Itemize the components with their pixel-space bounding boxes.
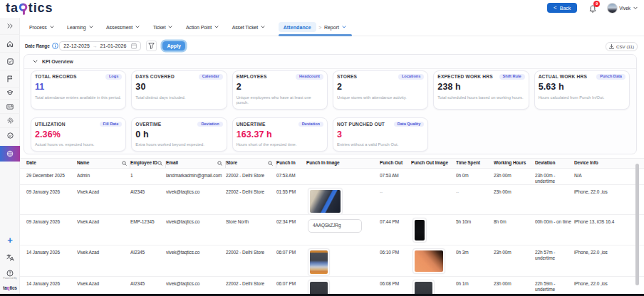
user-avatar[interactable] <box>607 3 618 14</box>
column-header-label: Device Info <box>574 160 598 166</box>
column-header-employee-id[interactable]: Employee ID <box>130 159 166 168</box>
sidebar-learning-icon-svg <box>6 90 14 95</box>
user-name: Vivek <box>619 6 630 11</box>
column-search-icon[interactable] <box>268 161 273 166</box>
column-search-icon[interactable] <box>122 161 127 166</box>
nav-item-learning[interactable]: Learning <box>67 25 93 30</box>
calendar-icon[interactable] <box>131 43 137 49</box>
column-header-store[interactable]: Store <box>226 159 276 168</box>
kpi-card-overtime: OVERTIME Deviation 0 h Extra hours worke… <box>131 117 227 152</box>
punch-out-image-image-dark-photo[interactable] <box>412 218 427 243</box>
kpi-card-description: Unique stores with attendance activity. <box>337 95 424 100</box>
kpi-card-actual-work-hrs: ACTUAL WORK HRS Punch Data 5.63 h Hours … <box>534 70 630 110</box>
punch-in-image-image-sunset-photo[interactable] <box>308 248 330 276</box>
info-icon[interactable] <box>52 43 58 49</box>
download-icon <box>609 44 614 49</box>
logo-text-suffix: tics <box>28 1 53 16</box>
punch-in-image-image-laptop-photo[interactable] <box>308 188 343 214</box>
kpi-card-badge: Deviation <box>197 122 222 127</box>
nav-item-label: Process <box>29 25 47 30</box>
sidebar-tasks-icon[interactable] <box>0 53 20 70</box>
div <box>411 169 452 171</box>
cell-punch-in: 06:07 PM <box>276 277 306 294</box>
kpi-overview-header[interactable]: KPI Overview <box>24 55 636 69</box>
search-icon <box>122 161 127 166</box>
cell-employee-id: AI2345 <box>130 277 166 294</box>
nav-item-ticket[interactable]: Ticket <box>153 25 173 30</box>
sidebar-home-icon[interactable] <box>0 36 20 53</box>
table-row-1: 29 December 2025Admin1landmarkadmin@gmai… <box>20 169 644 185</box>
info-icon-svg <box>52 43 58 49</box>
column-header-label: Name <box>77 160 89 166</box>
cell-name: Vivek Azad <box>77 185 130 214</box>
vertical-scrollbar[interactable] <box>635 164 639 285</box>
csv-download-button[interactable]: CSV (11) <box>606 42 638 51</box>
column-search-icon[interactable] <box>157 161 162 166</box>
cell-employee-id: EMP-12345 <box>130 215 166 245</box>
punch-out-image-image-orange-photo[interactable] <box>412 248 445 274</box>
div <box>411 215 452 244</box>
nav-item-label: Learning <box>67 25 85 30</box>
cell-device-info: N/A <box>574 169 633 184</box>
column-search-icon[interactable] <box>217 161 222 166</box>
sidebar-expand-icon-svg <box>7 23 14 28</box>
filter-funnel-button[interactable] <box>146 41 157 51</box>
kpi-card-title: ACTUAL WORK HRS <box>539 74 587 80</box>
collapse-chevron-icon <box>33 60 38 63</box>
sidebar-add-icon[interactable]: + <box>0 233 20 247</box>
calendar-icon-svg <box>131 43 137 49</box>
back-button[interactable]: < Back <box>547 3 577 13</box>
cell-punch-out: 06:08 PM <box>380 277 411 294</box>
cell-punch-in: 01:55 PM <box>276 185 306 214</box>
cell-time-spent: 5h 10m <box>456 215 494 245</box>
sidebar-check-circle-icon[interactable] <box>0 128 20 143</box>
nav-item-report[interactable]: Report <box>324 25 346 30</box>
nav-report-label: Report <box>324 25 339 30</box>
column-header-device-info: Device Info <box>574 159 633 168</box>
punch-in-image-image-dark-blue-photo[interactable] <box>308 280 330 294</box>
kpi-card-value: 5.63 h <box>539 83 625 92</box>
kpi-card-value: 2.36% <box>35 130 122 139</box>
kpi-card-expected-work-hrs: EXPECTED WORK HRS Shift Rule 238 h Total… <box>433 70 529 110</box>
column-header-email[interactable]: Email <box>166 159 226 168</box>
kpi-card-employees: EMPLOYEES Headcount 2 Unique employees w… <box>232 70 328 110</box>
kpi-card-description: Entries without a valid Punch Out. <box>337 142 424 147</box>
apply-button[interactable]: Apply <box>162 41 185 51</box>
sidebar-check-circle-icon-svg <box>7 132 14 139</box>
nav-item-asset-ticket[interactable]: Asset Ticket <box>232 25 266 30</box>
photo-thumbnail <box>415 250 443 272</box>
cell-store: Store North <box>226 215 276 245</box>
sidebar-learning-icon[interactable] <box>0 85 20 100</box>
cell-punch-in-image <box>306 277 380 294</box>
sidebar-expand-icon[interactable] <box>0 18 20 35</box>
nav-item-action-point[interactable]: Action Point <box>186 25 219 30</box>
sidebar-attendance-active-item[interactable] <box>0 146 20 162</box>
powered-by-text: Powered By <box>1 276 19 280</box>
kpi-card-description: Extra hours worked beyond expected. <box>135 142 222 147</box>
column-header-time-spent: Time Spent <box>456 159 494 168</box>
cell-working-hours: 23h 00m <box>494 245 535 276</box>
sidebar-settings-icon[interactable] <box>0 114 20 128</box>
sidebar-translate-icon-svg <box>6 254 14 261</box>
nav-item-attendance-active[interactable]: Attendance <box>279 22 316 32</box>
cell-name: Vivek Azad <box>77 277 130 294</box>
kpi-card-header: EXPECTED WORK HRS Shift Rule <box>437 74 524 80</box>
notification-bell-icon[interactable]: 9 <box>589 4 596 14</box>
kpi-card-badge: Data Quality <box>394 122 425 127</box>
nav-item-process[interactable]: Process <box>29 25 54 30</box>
punch-out-image-image-dark-blue-photo[interactable] <box>412 280 435 294</box>
kpi-card-undertime: UNDERTIME Deviation 163.37 h Hours short… <box>232 117 328 152</box>
div <box>306 185 376 214</box>
module-nav-bar: ProcessLearningAssessmentTicketAction Po… <box>20 18 644 36</box>
sidebar-translate-icon[interactable] <box>0 251 20 264</box>
cell-punch-out-image <box>411 169 456 184</box>
column-header-name[interactable]: Name <box>77 159 130 168</box>
kpi-overview-title: KPI Overview <box>42 59 73 64</box>
sidebar-id-card-icon[interactable] <box>0 100 20 114</box>
user-menu-chevron-icon[interactable] <box>633 6 638 10</box>
cell-punch-in: 02:34 PM <box>276 215 306 245</box>
date-range-input[interactable]: 22-12-2025 → 21-01-2026 <box>59 41 141 51</box>
nav-item-label: Ticket <box>153 25 166 30</box>
nav-item-assessment[interactable]: Assessment <box>106 25 140 30</box>
kpi-card-stores: STORES Locations 2 Unique stores with at… <box>333 70 428 110</box>
